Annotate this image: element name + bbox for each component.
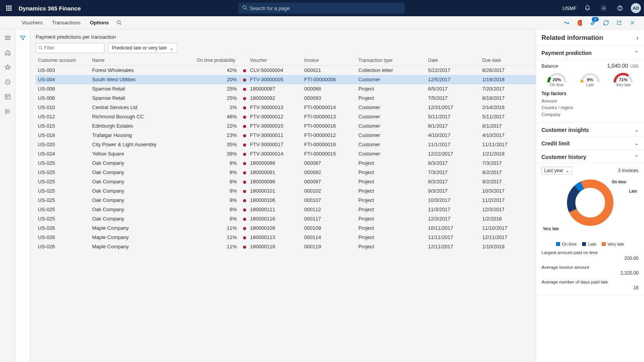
table-row[interactable]: US-025Oak Company8%180000106000107Projec…	[36, 196, 536, 205]
attachments-icon[interactable]	[588, 18, 598, 27]
cell-date: 12/31/2017	[426, 103, 480, 112]
table-row[interactable]: US-025Oak Company8%180000086000087Projec…	[36, 159, 536, 168]
table-row[interactable]: US-004South West Utilities20%FTV-3000000…	[36, 75, 536, 84]
factor-item: Country / region	[541, 104, 639, 111]
company-code[interactable]: USMF	[562, 5, 577, 11]
cell-prob: 20%	[194, 75, 241, 84]
modules-icon[interactable]	[3, 107, 12, 116]
table-row[interactable]: US-008Sparrow Retail25%180000087000088Pr…	[36, 84, 536, 94]
notifications-icon[interactable]	[582, 3, 593, 14]
table-row[interactable]: US-025Oak Company8%180000091000092Projec…	[36, 168, 536, 177]
section-customer-insights[interactable]: Customer insights ⌄	[536, 123, 644, 137]
cell-ttype: Project	[356, 84, 426, 94]
donut-label-late: Late	[629, 189, 637, 193]
cell-name: South West Utilities	[90, 75, 194, 84]
global-search[interactable]	[238, 3, 405, 14]
table-row[interactable]: US-026Maple Company11%180000118000119Pro…	[36, 242, 536, 251]
cell-invoice: 000114	[302, 233, 356, 242]
legend-item: Very late	[602, 242, 624, 246]
column-header[interactable]: Transaction type	[356, 55, 426, 66]
table-row[interactable]: US-010Central Services Ltd2%FTV-30000013…	[36, 103, 536, 112]
cell-acct: US-010	[36, 103, 90, 112]
cell-voucher: 180000091	[248, 168, 302, 177]
table-row[interactable]: US-025Oak Company8%180000096000097Projec…	[36, 177, 536, 186]
cell-date: 4/10/2017	[426, 131, 480, 140]
link-icon[interactable]	[562, 18, 571, 27]
column-header[interactable]: Date	[426, 55, 480, 66]
table-row[interactable]: US-025Oak Company8%180000111000112Projec…	[36, 205, 536, 214]
table-row[interactable]: US-025Oak Company8%180000116000117Projec…	[36, 214, 536, 224]
refresh-icon[interactable]	[601, 18, 611, 27]
svg-point-26	[5, 109, 6, 110]
table-row[interactable]: US-024Yellow Square39%FTV-30000014FTI-00…	[36, 149, 536, 159]
recent-icon[interactable]	[3, 77, 12, 87]
app-launcher-icon[interactable]	[3, 2, 15, 14]
status-dot-icon	[243, 79, 246, 82]
section-customer-history[interactable]: Customer history ⌃	[536, 150, 644, 164]
action-bar: VouchersTransactionsOptions	[0, 16, 644, 29]
settings-icon[interactable]	[598, 3, 609, 14]
tab-options[interactable]: Options	[85, 16, 113, 29]
chevron-down-icon: ⌄	[635, 127, 639, 133]
column-header[interactable]: Voucher	[248, 55, 302, 66]
cell-dot	[241, 159, 248, 168]
column-header[interactable]: Customer account	[36, 55, 90, 66]
prediction-filter-dropdown[interactable]: Predicted late or very late ⌄	[108, 43, 177, 53]
grid-filter[interactable]	[36, 43, 104, 53]
table-row[interactable]: US-012Richmond Borough CC46%FTV-30000012…	[36, 112, 536, 121]
table-row[interactable]: US-003Forest Wholesales42%CLV-5000000400…	[36, 66, 536, 75]
cell-invoice: FTI-00000016	[302, 121, 356, 131]
cell-due: 1/19/2018	[480, 75, 534, 84]
cell-acct: US-012	[36, 112, 90, 121]
table-row[interactable]: US-018Trafalgar Housing23%FTV-30000011FT…	[36, 131, 536, 140]
office-icon[interactable]	[575, 18, 584, 27]
svg-rect-8	[10, 10, 12, 11]
favorites-icon[interactable]	[3, 63, 12, 72]
cell-dot	[241, 131, 248, 140]
cell-dot	[241, 112, 248, 121]
workspaces-icon[interactable]	[3, 92, 12, 101]
table-row[interactable]: US-015Edinburgh Estates22%FTV-30000015FT…	[36, 121, 536, 131]
home-icon[interactable]	[3, 48, 12, 57]
table-row[interactable]: US-025Oak Company8%180000101000102Projec…	[36, 186, 536, 196]
table-row[interactable]: US-026Maple Company11%180000113000114Pro…	[36, 233, 536, 242]
cell-voucher: 180000106	[248, 196, 302, 205]
cell-dot	[241, 233, 248, 242]
cell-date: 10/3/2017	[426, 196, 480, 205]
cell-acct: US-003	[36, 66, 90, 75]
tab-transactions[interactable]: Transactions	[47, 16, 85, 29]
column-header[interactable]: Due date	[480, 55, 534, 66]
cell-prob: 35%	[194, 140, 241, 149]
section-credit-limit[interactable]: Credit limit ⌄	[536, 137, 644, 150]
table-row[interactable]: US-026Maple Company11%180000108000109Pro…	[36, 224, 536, 233]
close-icon[interactable]	[628, 18, 637, 27]
filter-pane-icon[interactable]	[18, 33, 27, 43]
cell-date: 11/1/2017	[426, 140, 480, 149]
cell-invoice: 000092	[302, 168, 356, 177]
cell-date: 12/5/2017	[426, 75, 480, 84]
cell-ttype: Customer	[356, 75, 426, 84]
column-header[interactable]	[241, 55, 248, 66]
section-payment-prediction[interactable]: Payment prediction ⌃	[536, 46, 644, 60]
svg-line-15	[120, 24, 121, 25]
actionbar-search-icon[interactable]	[113, 16, 125, 29]
cell-prob: 22%	[194, 121, 241, 131]
popout-icon[interactable]	[615, 18, 624, 27]
menu-icon[interactable]	[3, 33, 12, 43]
grid-filter-input[interactable]	[44, 45, 102, 51]
history-range-dropdown[interactable]: Last year ⌄	[541, 167, 572, 174]
global-search-input[interactable]	[250, 5, 401, 11]
cell-dot	[241, 177, 248, 186]
panel-title-row[interactable]: Related information ›	[536, 29, 644, 46]
cell-date: 7/5/2017	[426, 94, 480, 103]
tab-vouchers[interactable]: Vouchers	[17, 16, 47, 29]
cell-invoice: 000119	[302, 242, 356, 251]
column-header[interactable]: Name	[90, 55, 194, 66]
column-header[interactable]: On time probability	[194, 55, 241, 66]
help-icon[interactable]	[615, 3, 625, 14]
table-row[interactable]: US-020City Power & Light Assembly35%FTV-…	[36, 140, 536, 149]
column-header[interactable]: Invoice	[302, 55, 356, 66]
cell-due: 1/21/2018	[480, 149, 534, 159]
avatar[interactable]: AD	[631, 3, 641, 13]
table-row[interactable]: US-008Sparrow Retail25%180000092000093Pr…	[36, 94, 536, 103]
